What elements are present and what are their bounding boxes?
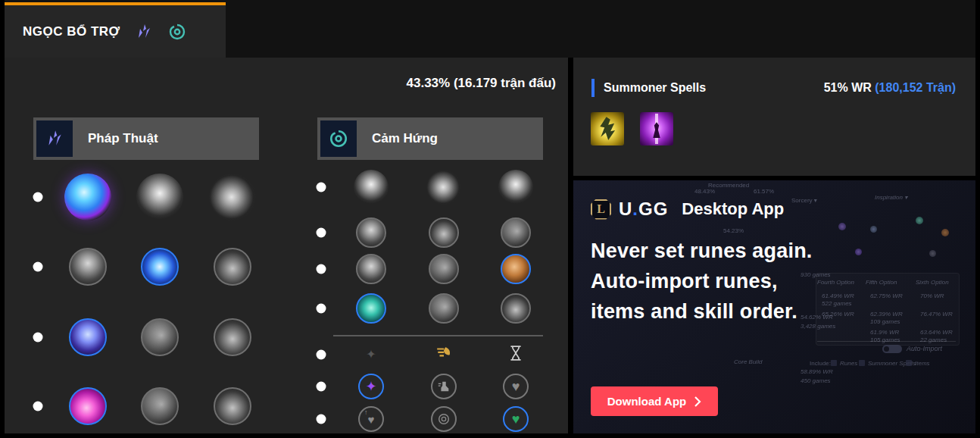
spell-teleport-icon[interactable] (640, 112, 673, 145)
rune-cosmic-insight[interactable] (356, 293, 386, 324)
bg-text: 61.9% WR (870, 329, 899, 336)
shard-ability-haste-icon[interactable] (507, 345, 524, 364)
shard-health-scaling[interactable]: ♥ (503, 374, 529, 399)
rune-cash-back[interactable] (501, 217, 531, 248)
bg-text: Core Build (734, 358, 762, 365)
tab-runes[interactable]: NGỌC BỔ TRỢ (5, 2, 226, 58)
primary-tree-header: Pháp Thuật (33, 117, 259, 160)
ad-headline-line1: Never set runes again. (591, 239, 813, 263)
accent-bar (591, 79, 595, 97)
shard-attack-speed-icon[interactable] (435, 345, 452, 364)
bg-text: 70% WR (920, 293, 944, 299)
primary-tree-label: Pháp Thuật (88, 131, 158, 146)
rune-time-warp-tonic[interactable] (429, 254, 459, 284)
shard-tenacity-slow-resist[interactable] (431, 406, 457, 432)
inspiration-tree-icon (167, 22, 187, 42)
bg-text: 48.43% (694, 188, 715, 195)
shard-divider (333, 335, 543, 336)
spell-ghost-icon[interactable] (591, 112, 624, 145)
rune-unsealed-spellbook[interactable] (426, 170, 461, 205)
ugg-logo-gg: GG (638, 199, 668, 219)
shard-adaptive-force-icon[interactable]: ✦ (366, 349, 376, 361)
bg-text: 65.26% WR (822, 311, 854, 318)
tab-bar: NGỌC BỔ TRỢ (5, 0, 975, 58)
rune-axiom-arcanist[interactable] (69, 248, 107, 286)
rune-nimbus-cloak[interactable] (214, 248, 251, 286)
rune-arcane-comet[interactable] (136, 174, 183, 221)
rune-celerity[interactable] (141, 318, 179, 356)
rune-approach-velocity[interactable] (429, 293, 459, 324)
rune-phase-rush[interactable] (209, 174, 256, 221)
summoner-spells-panel: Summoner Spells 51% WR (180,152 Trận) (573, 58, 975, 176)
rune-hextech-flashtraption[interactable] (356, 217, 386, 248)
bg-checkbox (859, 360, 865, 366)
rune-row-bullet (33, 192, 43, 202)
summoner-spells-winrate: 51% WR (180,152 Trận) (824, 81, 956, 95)
shard-health[interactable]: ♥ (503, 406, 529, 432)
games-count: (180,152 Trận) (875, 81, 956, 94)
bg-checkbox (906, 360, 912, 366)
rune-waterwalking[interactable] (141, 387, 179, 425)
rune-gathering-storm[interactable] (214, 387, 251, 425)
bg-text: Fifth Option (866, 279, 897, 286)
secondary-tree-label: Cảm Hứng (372, 131, 438, 146)
bg-text: Inspiration ▾ (875, 194, 907, 201)
bg-checkbox (831, 360, 837, 366)
bg-text: 450 games (801, 377, 831, 384)
ad-headline-line3: items and skill order. (591, 300, 797, 324)
bg-text: 105 games (870, 336, 900, 343)
bg-text: 61.57% (754, 188, 774, 195)
heart-icon: ♥ (512, 412, 520, 426)
sorcery-tree-icon (134, 22, 154, 42)
bg-text: Items (915, 360, 930, 367)
rune-scorch[interactable] (69, 387, 107, 425)
rune-row-bullet (317, 228, 326, 238)
rune-row-bullet (33, 402, 43, 411)
bg-text: Auto-Import (907, 345, 942, 352)
download-app-button[interactable]: Download App (591, 386, 718, 416)
bg-text: 54.23% (723, 227, 744, 234)
winrate-summary: 43.33% (16.179 trận đấu) (407, 76, 556, 91)
bg-divider (817, 341, 956, 342)
rune-manaflow-band[interactable] (141, 248, 179, 286)
heart-up-icon: ♥↑ (368, 414, 375, 425)
desktop-app-ad[interactable]: Recommended 48.43% 61.57% Sorcery ▾ Insp… (573, 180, 975, 433)
shard-move-speed[interactable] (431, 374, 457, 399)
rune-row-bullet (317, 304, 326, 314)
shard-health-scaling-growth[interactable]: ♥↑ (358, 406, 384, 432)
rune-transcendence[interactable] (69, 318, 107, 356)
rune-magical-footwear[interactable] (429, 217, 459, 248)
bg-rune-dot (929, 250, 936, 257)
bg-rune-dot (870, 226, 877, 233)
winrate-value: 51% WR (824, 81, 872, 94)
bg-text: 63.64% WR (920, 329, 953, 336)
tenacity-icon (437, 412, 451, 426)
bg-text: 61.49% WR (822, 293, 854, 299)
rune-absolute-focus[interactable] (214, 318, 251, 356)
rune-summon-aery[interactable] (64, 174, 111, 221)
bg-text: Sixth Option (916, 279, 949, 286)
ugg-logo-u: U (619, 199, 632, 219)
rune-first-strike[interactable] (498, 170, 533, 205)
bg-rune-dot (855, 249, 862, 255)
summoner-spells-title: Summoner Spells (604, 81, 706, 95)
rune-triple-tonic[interactable] (356, 254, 386, 284)
bg-text: 76.47% WR (920, 311, 953, 318)
ugg-logo-dot: . (632, 199, 638, 219)
bg-text: 109 games (870, 318, 900, 325)
rune-biscuit-delivery[interactable] (501, 254, 531, 284)
bg-rune-dot (916, 217, 923, 224)
bg-text: 522 games (822, 300, 852, 307)
rune-row-bullet (317, 183, 326, 192)
secondary-tree-header: Cảm Hứng (317, 117, 543, 160)
rune-glacial-augment[interactable] (354, 170, 389, 205)
runes-page: NGỌC BỔ TRỢ 43.33% (16.179 trận đấu) Phá… (0, 0, 980, 438)
chevron-right-icon (694, 396, 701, 407)
bg-text: Include: (810, 360, 831, 367)
rune-jack-of-all-trades[interactable] (501, 293, 531, 324)
shard-adaptive-force[interactable]: ✦ (358, 374, 384, 399)
bg-text: 22 games (920, 336, 947, 343)
runes-panel: 43.33% (16.179 trận đấu) Pháp Thuật Cảm … (5, 58, 568, 433)
bg-text: Runes (840, 360, 857, 367)
boot-icon (437, 380, 451, 393)
